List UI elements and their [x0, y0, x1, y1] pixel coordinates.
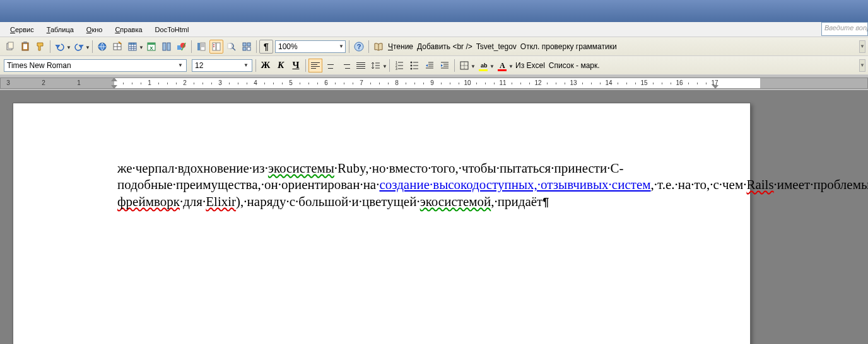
zoom-combo[interactable]: 100%	[275, 40, 346, 53]
svg-text:X: X	[150, 45, 153, 51]
hyperlink-icon[interactable]	[95, 40, 109, 54]
format-painter-icon[interactable]	[33, 40, 47, 54]
line-spacing-dropdown[interactable]: ▼	[382, 62, 387, 69]
ruler-tick: 2	[183, 79, 187, 86]
highlight-dropdown[interactable]: ▼	[490, 62, 495, 69]
font-size-combo[interactable]: 12 ▼	[192, 59, 252, 72]
ruler-tick: 9	[430, 79, 434, 86]
italic-button[interactable]: К	[274, 59, 288, 72]
document-structure-icon[interactable]	[209, 40, 223, 54]
font-color-button[interactable]: A	[495, 59, 509, 72]
tables-borders-icon[interactable]	[110, 40, 124, 54]
insert-excel-icon[interactable]: X	[144, 40, 158, 54]
tsvet-tegov-button[interactable]: Tsvet_tegov	[474, 42, 519, 51]
separator	[191, 40, 192, 53]
numbered-list-button[interactable]: 123	[392, 59, 406, 72]
svg-text:ab: ab	[481, 62, 488, 69]
insert-table-icon[interactable]	[126, 40, 139, 54]
reading-button[interactable]: Чтение	[386, 42, 415, 51]
decrease-indent-button[interactable]	[423, 59, 437, 72]
ruler-tick: 14	[605, 79, 612, 86]
menu-table[interactable]: Таблица	[43, 25, 78, 35]
undo-icon[interactable]	[53, 40, 67, 54]
reading-mode-icon[interactable]	[372, 40, 385, 54]
separator	[368, 40, 369, 53]
align-center-button[interactable]	[324, 59, 337, 72]
menu-window[interactable]: Окно	[83, 25, 107, 35]
align-right-button[interactable]	[339, 59, 353, 72]
svg-rect-37	[247, 47, 250, 50]
ruler-tick: 1	[148, 79, 151, 86]
document-paragraph[interactable]: же·черпал·вдохновение·из·экосистемы·Ruby…	[117, 160, 712, 210]
right-indent-marker[interactable]	[712, 85, 718, 89]
standard-toolbar: ▼ ▼ ▼ X ¶ 100% ? Ч	[0, 37, 868, 56]
toolbar-options-icon[interactable]: ▼	[859, 59, 865, 72]
borders-button[interactable]	[457, 59, 471, 72]
bullet-list-button[interactable]	[408, 59, 421, 72]
ruler-tick: 16	[676, 79, 683, 86]
increase-indent-button[interactable]	[438, 59, 452, 72]
help-search-input[interactable]: Введите вопрос	[821, 22, 868, 36]
add-br-button[interactable]: Добавить <br />	[415, 42, 474, 51]
columns-icon[interactable]	[160, 40, 173, 54]
font-name-value: Times New Roman	[7, 61, 71, 70]
separator	[92, 40, 93, 53]
grammar-check-off-button[interactable]: Откл. проверку грамматики	[519, 42, 619, 51]
drawing-icon[interactable]	[175, 40, 189, 54]
ruler-tick: 11	[499, 79, 506, 86]
undo-dropdown[interactable]: ▼	[66, 43, 71, 50]
font-color-dropdown[interactable]: ▼	[508, 62, 513, 69]
thumbnails-icon[interactable]	[240, 40, 254, 54]
menu-service[interactable]: Сервис	[6, 25, 38, 35]
window-title-bar	[0, 0, 868, 22]
indent-marker-top[interactable]	[111, 77, 117, 81]
svg-point-30	[213, 46, 214, 47]
from-excel-button[interactable]: Из Excel	[513, 61, 547, 70]
svg-rect-19	[167, 43, 170, 50]
svg-text:?: ?	[357, 43, 361, 50]
ruler-tick: 7	[360, 79, 363, 86]
zoom-preview-icon[interactable]	[225, 40, 238, 54]
borders-dropdown[interactable]: ▼	[471, 62, 476, 69]
line-spacing-button[interactable]	[369, 59, 383, 72]
menu-doctohtml[interactable]: DocToHtml	[151, 25, 193, 35]
help-icon[interactable]: ?	[352, 40, 366, 54]
align-justify-button[interactable]	[354, 59, 368, 72]
svg-rect-35	[247, 43, 250, 46]
svg-point-52	[411, 67, 413, 69]
underline-button[interactable]: Ч	[289, 59, 303, 72]
copy-icon[interactable]	[3, 40, 17, 54]
separator	[50, 40, 50, 53]
font-name-combo[interactable]: Times New Roman ▼	[4, 59, 187, 72]
svg-rect-22	[197, 43, 200, 50]
svg-rect-34	[243, 43, 246, 46]
zoom-value: 100%	[278, 42, 298, 51]
ruler-area: 3211234567891011121314151617	[0, 75, 868, 90]
ruler-tick: 5	[289, 79, 293, 86]
svg-rect-28	[216, 43, 220, 50]
chevron-down-icon[interactable]: ▼	[242, 62, 250, 68]
bold-button[interactable]: Ж	[259, 59, 273, 72]
indent-marker-bottom[interactable]	[111, 85, 117, 89]
document-page[interactable]: же·черпал·вдохновение·из·экосистемы·Ruby…	[13, 103, 751, 344]
svg-line-32	[233, 48, 235, 50]
horizontal-ruler[interactable]: 3211234567891011121314151617	[0, 77, 868, 89]
show-formatting-icon[interactable]: ¶	[259, 40, 273, 54]
highlight-button[interactable]: ab	[476, 59, 490, 72]
insert-table-dropdown[interactable]: ▼	[139, 43, 144, 50]
ruler-tick: 10	[464, 79, 471, 86]
menu-help[interactable]: Справка	[111, 25, 146, 35]
redo-icon[interactable]	[72, 40, 86, 54]
chevron-down-icon[interactable]: ▼	[176, 62, 185, 68]
ruler-tick: 2	[42, 79, 45, 86]
document-workspace: же·черпал·вдохновение·из·экосистемы·Ruby…	[0, 90, 868, 344]
redo-dropdown[interactable]: ▼	[85, 43, 90, 50]
align-left-button[interactable]	[308, 59, 322, 72]
svg-rect-16	[148, 43, 155, 45]
ruler-tick: 6	[324, 79, 328, 86]
paste-icon[interactable]	[18, 40, 32, 54]
font-size-value: 12	[195, 61, 203, 70]
toolbar-options-icon[interactable]: ▼	[859, 40, 865, 53]
list-mark-button[interactable]: Список - марк.	[547, 61, 602, 70]
document-map-icon[interactable]	[194, 40, 208, 54]
